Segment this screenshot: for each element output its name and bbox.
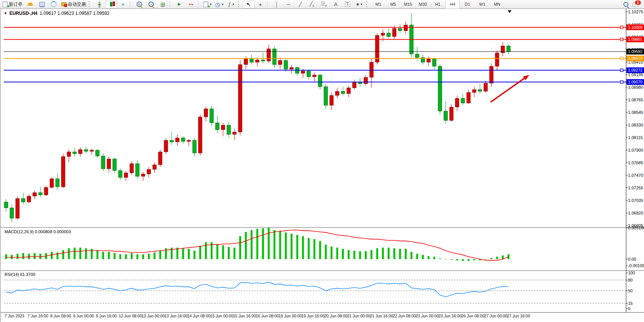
crosshair-tool-button[interactable]: + [255,0,266,8]
svg-text:16 Jun 08:00: 16 Jun 08:00 [256,314,279,318]
chart-canvas[interactable]: 1.102751.100551.098401.096251.094101.091… [1,9,644,322]
macd-indicator-label: MACD(12,26,9) 0.000808 0.000003 [5,229,71,234]
macd-pane[interactable]: 0.0051660.00-0.001095 [5,226,644,268]
timeframe-mn-button[interactable]: MN [490,0,504,9]
new-order-button[interactable]: + 新订单 [1,0,24,8]
svg-text:1.08330: 1.08330 [628,123,643,127]
tile-windows-icon: ⊞ [161,2,166,7]
svg-text:50: 50 [628,288,633,293]
svg-text:20 Jun 08:00: 20 Jun 08:00 [324,314,348,318]
arrows-tool-button[interactable]: ◆ ▾ [354,0,365,8]
label-tool-button[interactable]: T [342,0,353,8]
svg-text:1.08545: 1.08545 [628,110,643,115]
auto-trading-button[interactable]: 自动交易 [60,0,88,8]
chart-symbol-period: EURUSD-,H4 [10,11,37,16]
timeframe-w1-button[interactable]: W1 [475,0,489,9]
timeframe-h4-button[interactable]: H4 [445,0,460,9]
periods-button[interactable]: ◷ ▾ [214,0,225,8]
svg-text:1.09195: 1.09195 [628,72,643,77]
svg-text:1.07685: 1.07685 [628,160,643,165]
toolbar-separator [238,1,241,7]
channel-icon: ╱E [309,1,314,8]
deposit-button[interactable] [24,0,36,8]
timeframe-m15-button[interactable]: M15 [401,0,415,9]
crosshair-icon: + [259,2,262,7]
candlestick-chart-button[interactable] [105,0,117,8]
svg-text:1.07255: 1.07255 [628,186,643,190]
fibonacci-tool-button[interactable]: ☰F [318,0,330,8]
svg-text:13 Jun 00:00: 13 Jun 00:00 [142,314,165,318]
timeframe-m30-button[interactable]: M30 [416,0,430,9]
rsi-pane[interactable]: 1008050150 [4,271,635,311]
svg-text:23 Jun 00:00: 23 Jun 00:00 [416,314,439,318]
zoom-in-icon: + [137,2,142,7]
arrow-annotation[interactable] [491,75,529,102]
svg-text:0.005166: 0.005166 [628,226,644,230]
svg-text:1.10009: 1.10009 [628,25,642,30]
chart-window: 1.102751.100551.098401.096251.094101.091… [0,9,644,322]
timeframe-h1-button[interactable]: H1 [430,0,445,9]
time-axis[interactable]: 7 Jun 20237 Jun 16:008 Jun 08:009 Jun 00… [5,314,530,318]
indicators-button[interactable]: ƒ ▾ [225,0,237,8]
search-icon[interactable] [623,2,628,7]
svg-text:1.08765: 1.08765 [628,98,643,102]
candles-layer[interactable] [4,13,510,222]
svg-text:9 Jun 00:00: 9 Jun 00:00 [73,314,94,318]
signals-button[interactable] [48,0,59,8]
symbol-dropdown-icon[interactable]: ▼ [4,11,7,15]
new-order-label: 新订单 [9,1,22,8]
cursor-icon: ↖ [247,2,251,7]
chevron-down-icon: ▾ [222,2,223,6]
label-tool-icon: T [345,2,350,7]
svg-text:1.09272: 1.09272 [628,68,642,72]
notifications-button[interactable]: 1 [632,2,639,7]
svg-text:23 Jun 16:00: 23 Jun 16:00 [438,314,462,318]
svg-text:21 Jun 00:00: 21 Jun 00:00 [347,314,370,318]
vertical-line-tool-button[interactable]: │ [271,0,282,8]
metatrader-window: { "toolbar": { "new_order_label": "新订单",… [0,0,644,322]
new-order-icon: + [3,2,8,7]
svg-text:27 Jun 16:00: 27 Jun 16:00 [507,314,530,318]
auto-scroll-button[interactable]: ↦ [185,0,197,8]
timeframe-d1-button[interactable]: D1 [460,0,475,9]
svg-text:21 Jun 16:00: 21 Jun 16:00 [370,314,393,318]
svg-text:1.07470: 1.07470 [628,173,643,178]
price-level-lines[interactable] [4,26,626,83]
horizontal-line-icon: ─ [287,2,290,7]
svg-text:1.07900: 1.07900 [628,148,643,152]
price-axis[interactable]: 1.102751.100551.098401.096251.094101.091… [626,10,644,228]
line-chart-button[interactable]: ≈ [117,0,129,8]
tile-windows-button[interactable]: ⊞ [157,0,169,8]
channel-tool-button[interactable]: ╱E [306,0,318,8]
timeframe-m5-button[interactable]: M5 [386,0,400,9]
toolbar-separator [198,1,200,7]
zoom-out-button[interactable]: − [145,0,157,8]
bar-chart-button[interactable]: ╫ [94,0,105,8]
toolbar-separator [170,1,172,7]
chart-shift-button[interactable]: ▶ [174,0,185,8]
toolbar-separator [366,1,369,7]
templates-button[interactable]: + ▾ [202,0,213,8]
svg-text:14 Jun 08:00: 14 Jun 08:00 [187,314,210,318]
timeframe-m1-button[interactable]: M1 [371,0,386,9]
terminal-button[interactable] [36,0,48,8]
auto-scroll-icon: ↦ [189,2,193,7]
svg-text:1.09070: 1.09070 [628,80,642,84]
svg-text:8 Jun 08:00: 8 Jun 08:00 [50,314,71,318]
auto-trading-label: 自动交易 [68,1,86,8]
trendline-tool-button[interactable]: ╱ [295,0,306,8]
toolbar-separator [130,1,132,7]
auto-trading-icon [61,2,67,6]
svg-text:9 Jun 16:00: 9 Jun 16:00 [96,314,117,318]
svg-text:19 Jun 00:00: 19 Jun 00:00 [279,314,302,318]
horizontal-line-tool-button[interactable]: ─ [283,0,294,8]
text-tool-button[interactable]: A [330,0,341,8]
zoom-in-button[interactable]: + [134,0,145,8]
template-icon: + [203,2,208,7]
svg-text:1.06820: 1.06820 [628,211,643,215]
signal-icon [51,1,57,7]
cursor-tool-button[interactable]: ↖ [243,0,254,8]
panel-frame [1,9,644,312]
zoom-out-icon: − [148,2,154,7]
svg-text:15 Jun 00:00: 15 Jun 00:00 [210,314,233,318]
